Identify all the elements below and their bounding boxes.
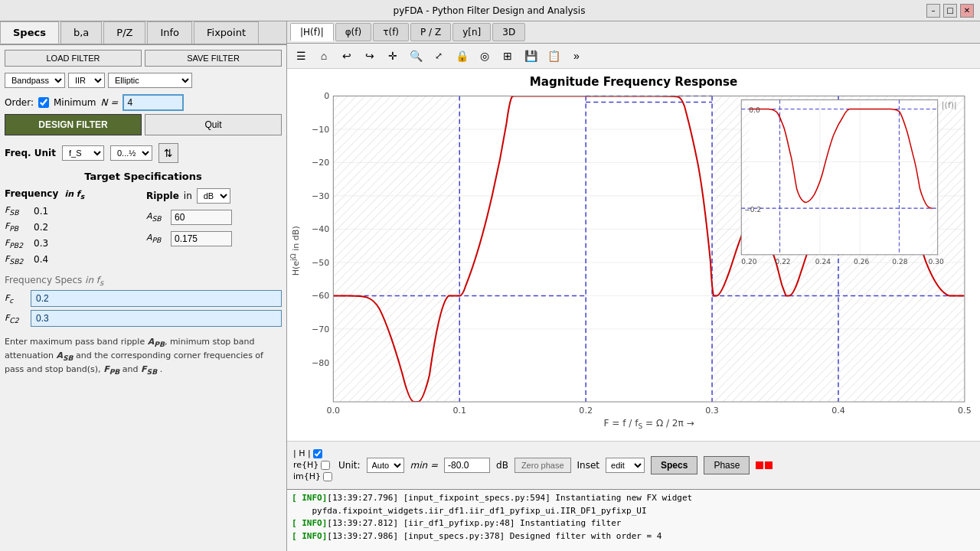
ripple-label: Ripple xyxy=(146,191,179,201)
ripple-unit-select[interactable]: dB lin xyxy=(197,188,230,204)
log-text-1: [13:39:27.796] [input_fixpoint_specs.py:… xyxy=(327,493,692,503)
unit-label: Unit: xyxy=(338,460,360,471)
top-tab-bar: |H(f)| φ(f) τ(f) P / Z y[n] 3D xyxy=(287,21,980,44)
bottom-row1: | H | re{H} im{H} Unit: Auto xyxy=(293,448,974,481)
freq-range-select[interactable]: 0...½ 0...1 xyxy=(110,145,152,161)
frequency-column: Frequency in fs FSB 0.1 FPB 0.2 FPB2 0.3 xyxy=(5,188,140,266)
svg-text:0.0: 0.0 xyxy=(327,406,341,416)
freq-unit-row: Freq. Unit f_S Hz rad/s 0...½ 0...1 ⇅ xyxy=(5,143,282,163)
redo-icon[interactable]: ↪ xyxy=(359,45,381,67)
fc2-row: FC2 xyxy=(5,310,282,327)
chart-area: Magnitude Frequency Response xyxy=(287,69,980,441)
more-icon[interactable]: » xyxy=(566,45,587,67)
left-content: LOAD FILTER SAVE FILTER Bandpass Lowpass… xyxy=(0,45,286,551)
frequency-label: Frequency xyxy=(5,188,58,199)
order-input[interactable] xyxy=(122,94,184,111)
unit-select[interactable]: Auto dB V W xyxy=(367,458,404,473)
min-input[interactable] xyxy=(444,458,490,473)
tab-tau[interactable]: τ(f) xyxy=(373,23,409,41)
tab-3d[interactable]: 3D xyxy=(492,23,525,41)
freq-specs-label: Frequency Specs in fs xyxy=(5,275,103,285)
fsb-row: FSB 0.1 xyxy=(5,205,140,217)
chart-svg: Magnitude Frequency Response xyxy=(287,69,980,441)
svg-text:0.2: 0.2 xyxy=(579,406,593,416)
svg-text:H(ejΩ in dB): H(ejΩ in dB) xyxy=(289,226,301,276)
tab-specs[interactable]: Specs xyxy=(0,21,59,44)
ripple-column: Ripple in dB lin ASB APB xyxy=(146,188,282,266)
tab-phi[interactable]: φ(f) xyxy=(335,23,372,41)
tab-ba[interactable]: b,a xyxy=(60,21,102,44)
move-icon[interactable]: ✛ xyxy=(382,45,403,67)
design-filter-button[interactable]: DESIGN FILTER xyxy=(5,114,142,135)
target-icon[interactable]: ◎ xyxy=(474,45,495,67)
zoom-icon[interactable]: 🔍 xyxy=(405,45,426,67)
red-sq-1 xyxy=(756,461,763,469)
h-checkbox-group: | H | re{H} im{H} xyxy=(293,448,332,481)
h-checkbox[interactable] xyxy=(313,449,322,458)
quit-button[interactable]: Quit xyxy=(145,114,282,135)
zoom-fit-icon[interactable]: ⤢ xyxy=(428,45,449,67)
reh-checkbox[interactable] xyxy=(321,461,330,470)
asb-row: ASB xyxy=(146,210,282,225)
fc-input[interactable] xyxy=(31,290,282,307)
clipboard-icon[interactable]: 📋 xyxy=(543,45,564,67)
toolbar: ☰ ⌂ ↩ ↪ ✛ 🔍 ⤢ 🔒 ◎ ⊞ 💾 📋 » xyxy=(287,44,980,69)
fc2-input[interactable] xyxy=(31,310,282,327)
left-panel: Specs b,a P/Z Info Fixpoint LOAD FILTER … xyxy=(0,21,287,551)
grid-icon[interactable]: ⊞ xyxy=(497,45,518,67)
min-label: min = xyxy=(410,460,439,471)
imh-checkbox[interactable] xyxy=(323,472,332,481)
svg-text:−80: −80 xyxy=(312,357,329,367)
freq-unit-select[interactable]: f_S Hz rad/s xyxy=(62,145,104,161)
frequency-header: Frequency in fs xyxy=(5,188,140,201)
implementation-select[interactable]: IIR FIR xyxy=(68,73,105,88)
home-icon[interactable]: ⌂ xyxy=(313,45,335,67)
svg-text:−30: −30 xyxy=(312,191,329,201)
lock-icon[interactable]: 🔒 xyxy=(451,45,472,67)
inset-select[interactable]: edit none all xyxy=(606,458,645,473)
tab-pz[interactable]: P / Z xyxy=(410,23,451,41)
asb-input[interactable] xyxy=(171,210,232,225)
h-label: | H | xyxy=(293,448,311,458)
fsb-label: FSB xyxy=(5,205,29,217)
fpb2-label: FPB2 xyxy=(5,238,29,249)
red-sq-2 xyxy=(765,461,773,469)
svg-text:−10: −10 xyxy=(312,125,329,135)
fpb-label: FPB xyxy=(5,221,29,233)
phase-button[interactable]: Phase xyxy=(704,456,750,474)
close-button[interactable]: ✕ xyxy=(960,4,974,18)
design-method-select[interactable]: Elliptic Butterworth Chebyshev 1 Chebysh… xyxy=(108,73,192,88)
svg-text:0.3: 0.3 xyxy=(705,406,719,416)
load-filter-button[interactable]: LOAD FILTER xyxy=(5,50,142,67)
apb-input[interactable] xyxy=(171,231,232,246)
log-line-4: [ INFO][13:39:27.986] [input_specs.py:37… xyxy=(292,530,975,543)
filter-type-row: Bandpass Lowpass Highpass Bandstop IIR F… xyxy=(5,73,282,88)
tab-yn[interactable]: y[n] xyxy=(452,23,491,41)
menu-icon[interactable]: ☰ xyxy=(290,45,312,67)
tab-fixpoint[interactable]: Fixpoint xyxy=(194,21,259,44)
right-panel: |H(f)| φ(f) τ(f) P / Z y[n] 3D ☰ ⌂ ↩ ↪ ✛… xyxy=(287,21,980,551)
response-type-select[interactable]: Bandpass Lowpass Highpass Bandstop xyxy=(5,73,65,88)
svg-text:0.5: 0.5 xyxy=(958,406,972,416)
minimum-order-checkbox[interactable] xyxy=(38,97,49,108)
undo-icon[interactable]: ↩ xyxy=(336,45,358,67)
fpb-value: 0.2 xyxy=(34,222,48,233)
tab-info[interactable]: Info xyxy=(147,21,192,44)
freq-sort-button[interactable]: ⇅ xyxy=(158,143,178,163)
svg-text:0.22: 0.22 xyxy=(776,258,791,266)
specs-button[interactable]: Specs xyxy=(651,456,697,474)
save-icon[interactable]: 💾 xyxy=(520,45,541,67)
minimize-button[interactable]: – xyxy=(926,4,940,18)
apb-label: APB xyxy=(146,233,168,244)
maximize-button[interactable]: □ xyxy=(943,4,957,18)
log-text-3: [13:39:27.812] [iir_df1_pyfixp.py:48] In… xyxy=(327,518,621,528)
tab-hf[interactable]: |H(f)| xyxy=(290,23,334,41)
svg-rect-45 xyxy=(741,99,749,254)
fpb2-value: 0.3 xyxy=(34,238,48,249)
zero-phase-button[interactable]: Zero phase xyxy=(514,458,571,473)
fsb-value: 0.1 xyxy=(34,206,48,217)
log-text-2: pyfda.fixpoint_widgets.iir_df1.iir_df1_p… xyxy=(292,506,647,516)
save-filter-button[interactable]: SAVE FILTER xyxy=(145,50,282,67)
tab-pz[interactable]: P/Z xyxy=(103,21,145,44)
specs-grid: Frequency in fs FSB 0.1 FPB 0.2 FPB2 0.3 xyxy=(5,188,282,266)
